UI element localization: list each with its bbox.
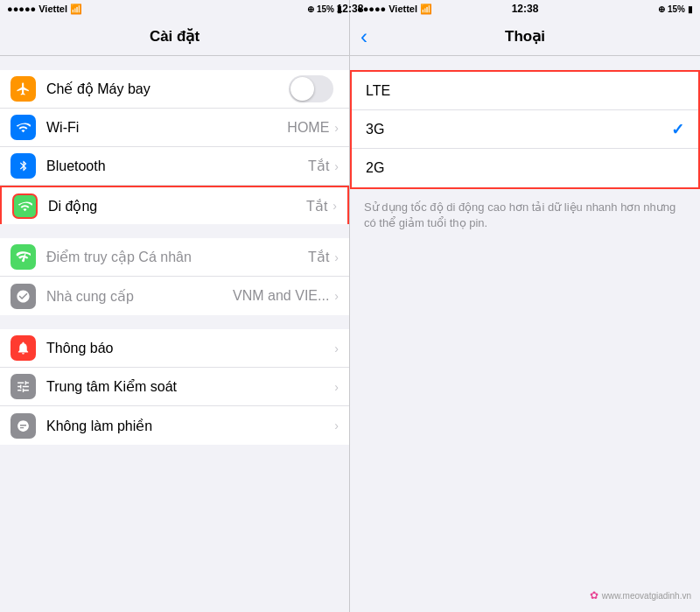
cellular-value: Tắt bbox=[306, 198, 327, 215]
left-nav-bar: Cài đặt bbox=[0, 18, 349, 56]
hotspot-icon bbox=[10, 244, 36, 270]
carrier-left: Viettel bbox=[38, 4, 67, 14]
wifi-label: Wi-Fi bbox=[46, 120, 287, 136]
notification-label: Thông báo bbox=[46, 341, 334, 356]
cellular-icon bbox=[12, 193, 38, 219]
option-3g[interactable]: 3G ✓ bbox=[352, 110, 698, 149]
carrier-chevron: › bbox=[334, 289, 339, 303]
hotspot-chevron: › bbox=[334, 250, 339, 264]
battery-icon-right: ▮ bbox=[688, 4, 693, 14]
carrier-label: Nhà cung cấp bbox=[46, 288, 233, 305]
left-nav-title: Cài đặt bbox=[150, 27, 200, 46]
carrier-value: VNM and VIE... bbox=[233, 288, 329, 304]
settings-item-bluetooth[interactable]: Bluetooth Tắt › bbox=[0, 147, 349, 186]
left-status-bar: ●●●●● Viettel 📶 12:38 ⊕ 15% ▮ bbox=[0, 0, 349, 18]
settings-item-wifi[interactable]: Wi-Fi HOME › bbox=[0, 109, 349, 147]
description-text: Sử dụng tốc độ di động cao hơn tải dữ li… bbox=[350, 189, 700, 242]
right-panel: ●●●●● Viettel 📶 12:38 ⊕ 15% ▮ ‹ Thoại LT… bbox=[350, 0, 700, 612]
wifi-chevron: › bbox=[334, 121, 339, 135]
left-settings-list: Chế độ Máy bay Wi-Fi HOME › Bluetooth bbox=[0, 56, 349, 612]
dnd-icon bbox=[10, 413, 36, 439]
option-2g[interactable]: 2G bbox=[352, 149, 698, 187]
location-icon-left: ⊕ bbox=[307, 4, 314, 14]
wifi-icon-right: 📶 bbox=[420, 4, 432, 15]
signal-dots-left: ●●●●● bbox=[7, 4, 36, 14]
watermark-text: www.meovatgiadinh.vn bbox=[602, 591, 691, 601]
right-nav-bar: ‹ Thoại bbox=[350, 18, 700, 56]
settings-group-2: Điểm truy cập Cá nhân Tắt › Nhà cung cấp… bbox=[0, 238, 349, 315]
settings-item-cellular[interactable]: Di động Tắt › bbox=[0, 186, 349, 224]
right-status-bar: ●●●●● Viettel 📶 12:38 ⊕ 15% ▮ bbox=[350, 0, 700, 18]
option-2g-label: 2G bbox=[366, 160, 684, 176]
option-lte-label: LTE bbox=[366, 83, 684, 99]
battery-left: 15% bbox=[317, 4, 334, 14]
right-content: LTE 3G ✓ 2G Sử dụng tốc độ di động cao h… bbox=[350, 56, 700, 612]
right-status-right: ⊕ 15% ▮ bbox=[658, 4, 693, 14]
hotspot-value: Tắt bbox=[308, 249, 329, 265]
settings-item-control[interactable]: Trung tâm Kiểm soát › bbox=[0, 368, 349, 406]
airplane-toggle-thumb bbox=[290, 77, 314, 101]
hotspot-label: Điểm truy cập Cá nhân bbox=[46, 249, 308, 265]
settings-item-notification[interactable]: Thông báo › bbox=[0, 329, 349, 368]
settings-item-dnd[interactable]: Không làm phiền › bbox=[0, 406, 349, 445]
cellular-label: Di động bbox=[48, 198, 306, 215]
settings-item-carrier[interactable]: Nhà cung cấp VNM and VIE... › bbox=[0, 277, 349, 315]
settings-group-3: Thông báo › Trung tâm Kiểm soát › Không … bbox=[0, 329, 349, 445]
control-icon bbox=[10, 374, 36, 399]
option-3g-label: 3G bbox=[366, 122, 671, 137]
bluetooth-label: Bluetooth bbox=[46, 158, 308, 174]
wifi-icon-left: 📶 bbox=[70, 4, 82, 15]
flower-icon: ✿ bbox=[590, 589, 598, 601]
airplane-toggle[interactable] bbox=[289, 75, 333, 102]
airplane-label: Chế độ Máy bay bbox=[46, 81, 289, 97]
left-status-left: ●●●●● Viettel 📶 bbox=[7, 4, 82, 15]
notification-chevron: › bbox=[334, 341, 339, 355]
settings-item-airplane[interactable]: Chế độ Máy bay bbox=[0, 70, 349, 109]
control-chevron: › bbox=[334, 380, 339, 394]
carrier-right: Viettel bbox=[388, 4, 417, 14]
carrier-icon bbox=[10, 284, 36, 309]
dnd-chevron: › bbox=[334, 419, 339, 433]
settings-group-1: Chế độ Máy bay Wi-Fi HOME › Bluetooth bbox=[0, 70, 349, 224]
right-nav-title: Thoại bbox=[505, 27, 545, 46]
time-right: 12:38 bbox=[512, 3, 539, 15]
cellular-chevron: › bbox=[332, 199, 337, 213]
airplane-icon bbox=[10, 76, 36, 102]
wifi-value: HOME bbox=[287, 120, 329, 136]
dnd-label: Không làm phiền bbox=[46, 418, 334, 434]
option-lte[interactable]: LTE bbox=[352, 72, 698, 110]
bluetooth-chevron: › bbox=[334, 159, 339, 173]
right-status-left: ●●●●● Viettel 📶 bbox=[357, 4, 432, 15]
time-left: 12:38 bbox=[337, 3, 364, 15]
checkmark-3g: ✓ bbox=[671, 120, 684, 139]
back-button[interactable]: ‹ bbox=[360, 25, 368, 49]
notification-icon bbox=[10, 335, 36, 361]
control-label: Trung tâm Kiểm soát bbox=[46, 378, 334, 395]
watermark: ✿ www.meovatgiadinh.vn bbox=[590, 589, 691, 601]
options-box: LTE 3G ✓ 2G bbox=[350, 70, 700, 189]
left-panel: ●●●●● Viettel 📶 12:38 ⊕ 15% ▮ Cài đặt Ch… bbox=[0, 0, 350, 612]
battery-right: 15% bbox=[668, 4, 685, 14]
settings-item-hotspot[interactable]: Điểm truy cập Cá nhân Tắt › bbox=[0, 238, 349, 277]
location-icon-right: ⊕ bbox=[658, 4, 665, 14]
bluetooth-icon bbox=[10, 153, 36, 179]
bluetooth-value: Tắt bbox=[308, 158, 329, 174]
wifi-icon bbox=[10, 115, 36, 140]
